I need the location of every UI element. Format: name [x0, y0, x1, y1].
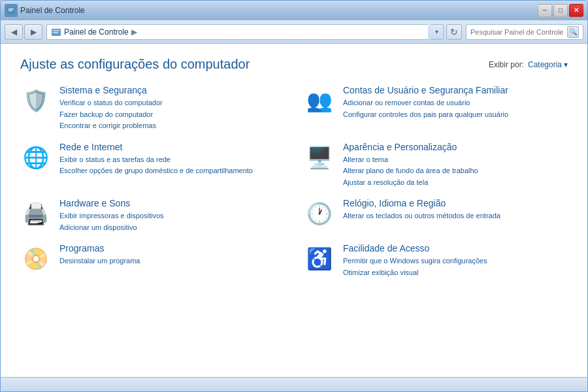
category-icon-aparencia-personalizacao: 🖥️	[304, 142, 335, 173]
search-box: 🔍	[466, 24, 583, 40]
address-path[interactable]: Painel de Controle ▶	[46, 24, 428, 40]
category-icon-contas-usuario: 👥	[304, 85, 335, 116]
svg-rect-5	[53, 32, 58, 33]
category-title-aparencia-personalizacao[interactable]: Aparência e Personalização	[343, 142, 478, 152]
title-bar: Painel de Controle ─ □ ✕	[1, 1, 587, 20]
address-dropdown-button[interactable]: ▾	[431, 24, 444, 40]
title-bar-text: Painel de Controle	[20, 6, 85, 15]
view-by-dropdown[interactable]: Categoria ▾	[528, 60, 568, 69]
category-title-facilidade-acesso[interactable]: Facilidade de Acesso	[343, 243, 487, 253]
category-title-sistema-seguranca[interactable]: Sistema e Segurança	[59, 85, 163, 95]
category-title-relogio-idioma[interactable]: Relógio, Idioma e Região	[343, 198, 500, 208]
svg-rect-4	[53, 30, 59, 31]
category-link-contas-usuario-0[interactable]: Adicionar ou remover contas de usuário	[343, 97, 508, 108]
category-link-sistema-seguranca-2[interactable]: Encontrar e corrigir problemas	[59, 120, 163, 131]
category-item-rede-internet: 🌐Rede e InternetExibir o status e as tar…	[20, 142, 284, 188]
category-link-rede-internet-0[interactable]: Exibir o status e as tarefas da rede	[59, 154, 253, 165]
view-by-value: Categoria	[528, 60, 562, 69]
category-links-rede-internet: Exibir o status e as tarefas da redeEsco…	[59, 154, 253, 176]
category-icon-relogio-idioma: 🕐	[304, 198, 335, 229]
maximize-button[interactable]: □	[553, 4, 568, 17]
nav-buttons: ◀ ▶	[5, 24, 42, 40]
search-button[interactable]: 🔍	[567, 26, 579, 38]
search-input[interactable]	[470, 28, 567, 36]
category-content-relogio-idioma: Relógio, Idioma e RegiãoAlterar os tecla…	[343, 198, 500, 221]
window-controls: ─ □ ✕	[538, 4, 583, 17]
content-area: Ajuste as configurações do computador Ex…	[1, 44, 587, 377]
refresh-button[interactable]: ↻	[446, 24, 462, 40]
category-link-facilidade-acesso-0[interactable]: Permitir que o Windows sugira configuraç…	[343, 255, 487, 267]
category-item-facilidade-acesso: ♿Facilidade de AcessoPermitir que o Wind…	[304, 243, 568, 278]
minimize-button[interactable]: ─	[538, 4, 552, 17]
category-links-relogio-idioma: Alterar os teclados ou outros métodos de…	[343, 210, 500, 221]
category-link-relogio-idioma-0[interactable]: Alterar os teclados ou outros métodos de…	[343, 210, 500, 221]
category-item-relogio-idioma: 🕐Relógio, Idioma e RegiãoAlterar os tecl…	[304, 198, 568, 233]
address-path-text: Painel de Controle	[64, 27, 129, 37]
category-link-contas-usuario-1[interactable]: Configurar controles dos pais para qualq…	[343, 109, 508, 120]
category-link-sistema-seguranca-1[interactable]: Fazer backup do computador	[59, 109, 163, 120]
back-button[interactable]: ◀	[5, 24, 23, 40]
category-title-hardware-sons[interactable]: Hardware e Sons	[59, 198, 164, 208]
view-by-arrow-icon: ▾	[564, 60, 568, 69]
address-bar: ◀ ▶ Painel de Controle ▶ ▾ ↻ 🔍	[1, 20, 587, 44]
category-links-hardware-sons: Exibir impressoras e dispositivosAdicion…	[59, 210, 164, 233]
address-path-arrow: ▶	[131, 27, 137, 37]
category-content-rede-internet: Rede e InternetExibir o status e as tare…	[59, 142, 253, 176]
category-link-hardware-sons-1[interactable]: Adicionar um dispositivo	[59, 222, 164, 233]
forward-button[interactable]: ▶	[24, 24, 42, 40]
close-button[interactable]: ✕	[569, 4, 583, 17]
category-icon-hardware-sons: 🖨️	[20, 198, 52, 229]
category-icon-rede-internet: 🌐	[20, 142, 52, 173]
category-links-contas-usuario: Adicionar ou remover contas de usuárioCo…	[343, 97, 508, 120]
category-link-rede-internet-1[interactable]: Escolher opções de grupo doméstico e de …	[59, 165, 253, 176]
window-icon	[5, 4, 18, 17]
category-icon-facilidade-acesso: ♿	[304, 243, 335, 274]
category-link-hardware-sons-0[interactable]: Exibir impressoras e dispositivos	[59, 210, 164, 221]
category-content-aparencia-personalizacao: Aparência e PersonalizaçãoAlterar o tema…	[343, 142, 478, 188]
view-by-control: Exibir por: Categoria ▾	[489, 60, 568, 69]
category-item-sistema-seguranca: 🛡️Sistema e SegurançaVerificar o status …	[20, 85, 284, 131]
category-content-hardware-sons: Hardware e SonsExibir impressoras e disp…	[59, 198, 164, 233]
status-bar	[1, 377, 587, 391]
category-title-contas-usuario[interactable]: Contas de Usuário e Segurança Familiar	[343, 85, 508, 95]
view-by-label: Exibir por:	[489, 60, 524, 69]
category-link-programas-0[interactable]: Desinstalar um programa	[59, 255, 140, 267]
category-links-facilidade-acesso: Permitir que o Windows sugira configuraç…	[343, 255, 487, 278]
category-icon-programas: 📀	[20, 243, 52, 274]
main-window: Painel de Controle ─ □ ✕ ◀ ▶ Painel de C…	[0, 0, 588, 392]
category-content-sistema-seguranca: Sistema e SegurançaVerificar o status do…	[59, 85, 163, 131]
category-links-programas: Desinstalar um programa	[59, 255, 140, 267]
category-link-aparencia-personalizacao-2[interactable]: Ajustar a resolução da tela	[343, 177, 478, 188]
category-link-sistema-seguranca-0[interactable]: Verificar o status do computador	[59, 97, 163, 108]
category-item-contas-usuario: 👥Contas de Usuário e Segurança FamiliarA…	[304, 85, 568, 131]
category-links-aparencia-personalizacao: Alterar o temaAlterar plano de fundo da …	[343, 154, 478, 188]
page-title: Ajuste as configurações do computador	[20, 57, 250, 72]
svg-rect-2	[8, 10, 12, 11]
category-link-facilidade-acesso-1[interactable]: Otimizar exibição visual	[343, 267, 487, 278]
category-content-facilidade-acesso: Facilidade de AcessoPermitir que o Windo…	[343, 243, 487, 278]
category-item-hardware-sons: 🖨️Hardware e SonsExibir impressoras e di…	[20, 198, 284, 233]
category-title-programas[interactable]: Programas	[59, 243, 140, 253]
category-link-aparencia-personalizacao-0[interactable]: Alterar o tema	[343, 154, 478, 165]
page-header: Ajuste as configurações do computador Ex…	[20, 57, 568, 72]
category-content-contas-usuario: Contas de Usuário e Segurança FamiliarAd…	[343, 85, 508, 120]
category-item-programas: 📀ProgramasDesinstalar um programa	[20, 243, 284, 278]
category-title-rede-internet[interactable]: Rede e Internet	[59, 142, 253, 152]
category-content-programas: ProgramasDesinstalar um programa	[59, 243, 140, 267]
category-icon-sistema-seguranca: 🛡️	[20, 85, 52, 116]
title-bar-left: Painel de Controle	[5, 4, 85, 17]
svg-rect-1	[8, 8, 14, 10]
categories-grid: 🛡️Sistema e SegurançaVerificar o status …	[20, 85, 568, 278]
category-link-aparencia-personalizacao-1[interactable]: Alterar plano de fundo da área de trabal…	[343, 165, 478, 176]
category-item-aparencia-personalizacao: 🖥️Aparência e PersonalizaçãoAlterar o te…	[304, 142, 568, 188]
category-links-sistema-seguranca: Verificar o status do computadorFazer ba…	[59, 97, 163, 131]
